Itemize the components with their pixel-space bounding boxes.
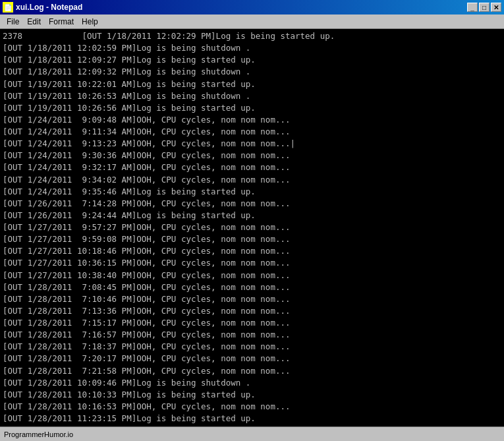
bottom-text: ProgrammerHumor.io [4, 430, 73, 438]
bottom-bar: ProgrammerHumor.io [0, 426, 504, 441]
title-bar-left: 📄 xui.Log - Notepad [3, 2, 82, 13]
maximize-button[interactable]: □ [479, 3, 490, 12]
window-title: xui.Log - Notepad [16, 3, 82, 12]
app-icon: 📄 [3, 2, 13, 13]
menu-help[interactable]: Help [78, 16, 102, 28]
menu-bar: File Edit Format Help [0, 15, 504, 29]
menu-edit[interactable]: Edit [23, 16, 45, 28]
minimize-button[interactable]: _ [467, 3, 478, 12]
menu-file[interactable]: File [3, 16, 23, 28]
log-content[interactable]: 2378 [OUT 1/18/2011 12:02:29 PM]Log is b… [0, 29, 504, 426]
title-bar-controls: _ □ ✕ [467, 3, 501, 12]
title-bar: 📄 xui.Log - Notepad _ □ ✕ [0, 0, 504, 15]
menu-format[interactable]: Format [45, 16, 78, 28]
close-button[interactable]: ✕ [491, 3, 501, 12]
